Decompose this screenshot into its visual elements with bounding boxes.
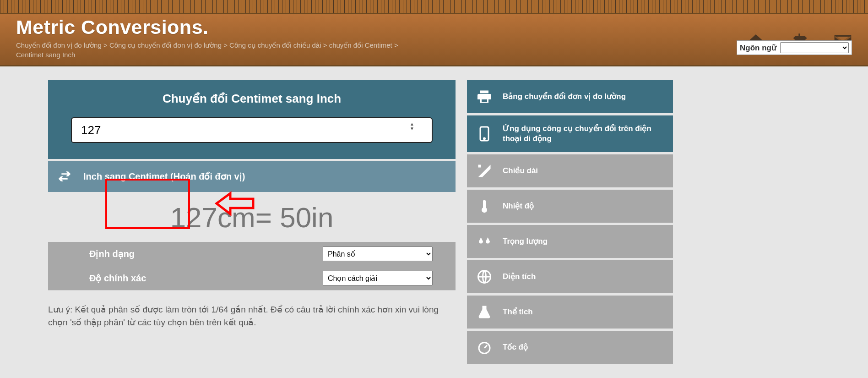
sidebar-item-label: Chiều dài bbox=[503, 166, 538, 176]
converter-title: Chuyển đổi Centimet sang Inch bbox=[62, 92, 442, 106]
breadcrumb-length[interactable]: Công cụ chuyển đổi chiều dài bbox=[229, 41, 321, 49]
format-row: Định dạng Phân số bbox=[48, 242, 456, 266]
site-header: Metric Conversions. Chuyển đổi đơn vị đo… bbox=[0, 14, 868, 66]
sidebar-item-label: Bảng chuyển đổi đơn vị đo lường bbox=[503, 92, 626, 102]
precision-select[interactable]: Chọn cách giải bbox=[323, 271, 433, 285]
note-text: Lưu ý: Kết quả phân số được làm tròn tới… bbox=[48, 303, 456, 329]
sidebar-item-label: Nhiệt độ bbox=[503, 201, 534, 211]
precision-label: Độ chính xác bbox=[89, 273, 323, 284]
sidebar-item-area[interactable]: Diện tích bbox=[467, 260, 673, 293]
thermometer-icon bbox=[476, 198, 493, 214]
site-logo-text[interactable]: Metric Conversions. bbox=[16, 16, 733, 38]
breadcrumb-home[interactable]: Chuyển đổi đơn vị đo lường bbox=[16, 41, 102, 49]
flask-icon bbox=[476, 304, 493, 320]
sidebar-item-label: Thể tích bbox=[503, 307, 533, 317]
language-label: Ngôn ngữ bbox=[740, 43, 776, 53]
ruler-decoration bbox=[0, 0, 868, 14]
printer-icon bbox=[476, 88, 493, 105]
conversion-result: 127cm= 50in bbox=[48, 192, 456, 242]
conversion-input[interactable] bbox=[71, 117, 433, 143]
sidebar-item-speed[interactable]: Tốc độ bbox=[467, 331, 673, 364]
ruler-icon bbox=[476, 163, 493, 179]
sidebar-item-weight[interactable]: Trọng lượng bbox=[467, 225, 673, 258]
sidebar-item-label: Trọng lượng bbox=[503, 236, 548, 247]
sidebar-item-mobile[interactable]: Ứng dụng công cụ chuyển đổi trên điện th… bbox=[467, 115, 673, 152]
spinner-down-icon[interactable]: ▼ bbox=[409, 126, 415, 131]
phone-icon bbox=[476, 126, 493, 142]
format-label: Định dạng bbox=[89, 248, 323, 259]
breadcrumb-cm[interactable]: chuyển đổi Centimet bbox=[329, 41, 392, 49]
sidebar: Bảng chuyển đổi đơn vị đo lường Ứng dụng… bbox=[467, 80, 673, 366]
sidebar-item-volume[interactable]: Thể tích bbox=[467, 296, 673, 329]
sidebar-item-tables[interactable]: Bảng chuyển đổi đơn vị đo lường bbox=[467, 80, 673, 113]
sidebar-item-label: Tốc độ bbox=[503, 342, 528, 352]
swap-label: Inch sang Centimet (Hoán đổi đơn vị) bbox=[83, 171, 245, 182]
precision-row: Độ chính xác Chọn cách giải bbox=[48, 266, 456, 290]
sidebar-item-length[interactable]: Chiều dài bbox=[467, 154, 673, 187]
breadcrumb: Chuyển đổi đơn vị đo lường > Công cụ chu… bbox=[16, 40, 410, 60]
svg-point-1 bbox=[484, 138, 485, 139]
swap-icon bbox=[57, 169, 72, 184]
converter-panel: Chuyển đổi Centimet sang Inch ▲ ▼ bbox=[48, 80, 456, 159]
breadcrumb-tools[interactable]: Công cụ chuyển đổi đơn vị đo lường bbox=[109, 41, 222, 49]
sidebar-item-label: Ứng dụng công cụ chuyển đổi trên điện th… bbox=[503, 124, 664, 144]
input-spinner[interactable]: ▲ ▼ bbox=[409, 122, 415, 131]
scale-icon bbox=[476, 233, 493, 250]
sidebar-item-temperature[interactable]: Nhiệt độ bbox=[467, 190, 673, 223]
language-selector[interactable]: Ngôn ngữ bbox=[737, 40, 852, 55]
language-dropdown[interactable] bbox=[780, 42, 849, 53]
format-select[interactable]: Phân số bbox=[323, 247, 433, 261]
swap-units-button[interactable]: Inch sang Centimet (Hoán đổi đơn vị) bbox=[48, 161, 456, 192]
breadcrumb-current: Centimet sang Inch bbox=[16, 51, 75, 59]
sidebar-item-label: Diện tích bbox=[503, 272, 536, 282]
globe-icon bbox=[476, 268, 493, 285]
gauge-icon bbox=[476, 339, 493, 356]
